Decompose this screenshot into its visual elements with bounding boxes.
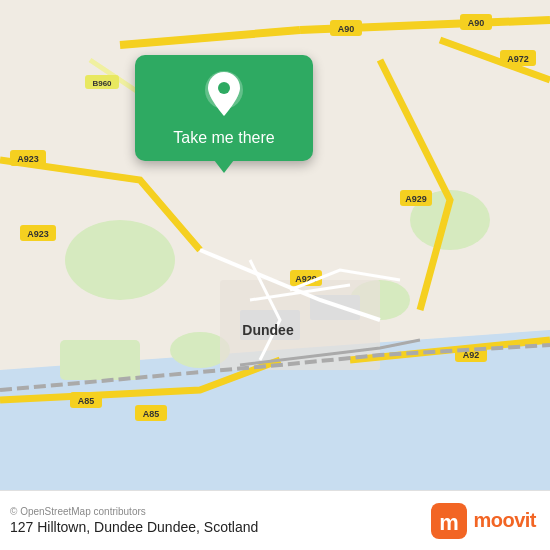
- moovit-logo-icon: m: [431, 503, 467, 539]
- svg-text:A85: A85: [78, 396, 95, 406]
- take-me-there-button[interactable]: Take me there: [173, 129, 274, 147]
- svg-text:A90: A90: [468, 18, 485, 28]
- svg-point-35: [218, 82, 230, 94]
- moovit-label: moovit: [473, 509, 536, 532]
- svg-text:Dundee: Dundee: [242, 322, 294, 338]
- svg-text:A972: A972: [507, 54, 529, 64]
- map-container: A90 A90 A929 A929 A972 A923 A923 B960 A8…: [0, 0, 550, 490]
- svg-text:A90: A90: [338, 24, 355, 34]
- svg-text:m: m: [440, 510, 460, 535]
- svg-text:A929: A929: [405, 194, 427, 204]
- address-text: 127 Hilltown, Dundee Dundee, Scotland: [10, 519, 258, 535]
- location-icon-wrap: [200, 71, 248, 119]
- svg-text:A923: A923: [27, 229, 49, 239]
- svg-text:A923: A923: [17, 154, 39, 164]
- footer-left: © OpenStreetMap contributors 127 Hilltow…: [10, 506, 258, 535]
- svg-rect-5: [60, 340, 140, 380]
- svg-text:A85: A85: [143, 409, 160, 419]
- svg-text:B960: B960: [92, 79, 112, 88]
- osm-credit: © OpenStreetMap contributors: [10, 506, 258, 517]
- moovit-logo[interactable]: m moovit: [431, 503, 536, 539]
- popup-card: Take me there: [135, 55, 313, 161]
- location-pin-icon: [202, 70, 246, 120]
- svg-point-2: [65, 220, 175, 300]
- footer-bar: © OpenStreetMap contributors 127 Hilltow…: [0, 490, 550, 550]
